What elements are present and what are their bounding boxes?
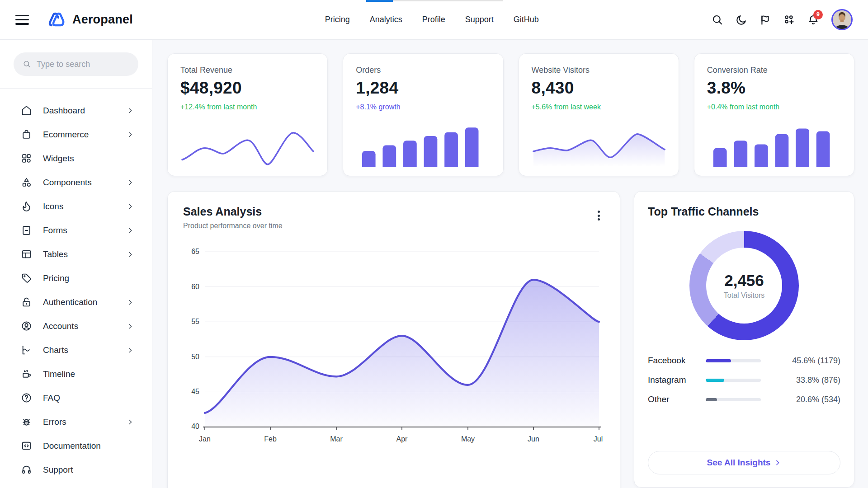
chevron-right-icon: [127, 107, 134, 114]
chevron-right-icon: [127, 227, 134, 234]
stat-delta: +8.1% growth: [356, 103, 490, 111]
revenue-sparkline-chart: [180, 122, 315, 167]
top-navbar: Aeropanel Pricing Analytics Profile Supp…: [0, 0, 868, 40]
lock-icon: [21, 296, 32, 308]
nav-profile[interactable]: Profile: [422, 15, 445, 24]
legend-row-other: Other 20.6% (534): [648, 394, 840, 404]
chevron-right-icon: [127, 299, 134, 306]
total-visitors-label: Total Visitors: [724, 291, 764, 300]
top-track-artifact: [393, 0, 503, 1]
y-tick: 60: [191, 283, 199, 291]
sidebar-item-documentation[interactable]: Documentation: [0, 434, 152, 458]
chevron-right-icon: [127, 179, 134, 186]
sidebar-search-section: [0, 40, 152, 89]
user-avatar[interactable]: [831, 9, 853, 30]
traffic-donut-chart: 2,456 Total Visitors: [689, 231, 799, 340]
stat-value: 1,284: [356, 79, 490, 98]
sales-analysis-subtitle: Product performance over time: [183, 222, 604, 230]
x-tick: Jan: [199, 435, 211, 443]
flag-icon[interactable]: [760, 14, 771, 26]
headset-icon: [21, 464, 32, 475]
chevron-right-icon: [127, 251, 134, 258]
clipboard-icon: [21, 225, 32, 236]
sidebar-item-forms[interactable]: Forms: [0, 218, 152, 242]
x-tick: Mar: [330, 435, 343, 443]
facebook-progress-bar: [706, 359, 761, 362]
top-progress-artifact: [366, 0, 393, 2]
x-tick: Feb: [264, 435, 277, 443]
brand-name: Aeropanel: [72, 13, 133, 27]
sidebar-item-charts[interactable]: Charts: [0, 338, 152, 362]
sidebar-item-ecommerce[interactable]: Ecommerce: [0, 122, 152, 146]
nav-support[interactable]: Support: [465, 15, 494, 24]
sales-analysis-card: Sales Analysis Product performance over …: [167, 191, 620, 488]
chart-line-icon: [21, 344, 32, 356]
x-tick: Jun: [528, 435, 539, 443]
sidebar-item-tables[interactable]: Tables: [0, 242, 152, 266]
sidebar-item-widgets[interactable]: Widgets: [0, 146, 152, 170]
stat-card-website-visitors: Website Visitors 8,430 +5.6% from last w…: [519, 53, 679, 176]
search-icon: [23, 59, 31, 69]
traffic-channels-title: Top Traffic Channels: [648, 205, 840, 218]
sidebar-item-authentication[interactable]: Authentication: [0, 290, 152, 314]
bug-icon: [21, 416, 32, 427]
widgets-icon: [21, 153, 32, 164]
search-icon[interactable]: [712, 14, 723, 26]
chevron-right-icon: [127, 347, 134, 354]
donut-center: 2,456 Total Visitors: [689, 231, 799, 340]
stats-row: Total Revenue $48,920 +12.4% from last m…: [167, 53, 854, 176]
sidebar-item-components[interactable]: Components: [0, 170, 152, 194]
sidebar-item-dashboard[interactable]: Dashboard: [0, 99, 152, 122]
stat-delta: +12.4% from last month: [180, 103, 315, 111]
header-icons: 9: [712, 9, 853, 30]
chevron-right-icon: [127, 203, 134, 210]
nav-pricing[interactable]: Pricing: [325, 15, 350, 24]
sidebar-item-faq[interactable]: FAQ: [0, 386, 152, 410]
sidebar-item-errors[interactable]: Errors: [0, 410, 152, 434]
hamburger-menu-icon[interactable]: [15, 15, 29, 25]
stat-card-total-revenue: Total Revenue $48,920 +12.4% from last m…: [167, 53, 328, 176]
sales-analysis-title: Sales Analysis: [183, 205, 604, 218]
notification-badge: 9: [813, 10, 823, 19]
see-all-insights-button[interactable]: See All Insights: [648, 451, 840, 474]
code-folder-icon: [21, 440, 32, 451]
shapes-icon: [21, 177, 32, 188]
sidebar-item-icons[interactable]: Icons: [0, 194, 152, 218]
nav-analytics[interactable]: Analytics: [370, 15, 402, 24]
sidebar-item-pricing[interactable]: Pricing: [0, 266, 152, 290]
traffic-channels-card: Top Traffic Channels 2,456 Total Visitor…: [634, 191, 854, 488]
y-tick: 50: [191, 353, 199, 361]
aeropanel-app: Aeropanel Pricing Analytics Profile Supp…: [0, 0, 868, 488]
avatar-image: [833, 10, 851, 29]
dark-mode-moon-icon[interactable]: [736, 14, 747, 26]
kebab-menu-icon[interactable]: [594, 210, 604, 221]
aeropanel-logo-icon: [46, 10, 66, 30]
search-input[interactable]: [37, 60, 129, 69]
coffee-icon: [21, 368, 32, 380]
conversion-sparkline-chart: [707, 122, 841, 167]
sidebar-item-support[interactable]: Support: [0, 458, 152, 482]
tag-icon: [21, 272, 32, 284]
brand[interactable]: Aeropanel: [46, 10, 133, 30]
visitors-sparkline-chart: [532, 122, 666, 167]
stat-delta: +0.4% from last month: [707, 103, 841, 111]
chevron-right-icon: [127, 323, 134, 330]
sidebar-menu: Dashboard Ecommerce Widgets Components: [0, 89, 152, 482]
x-tick: Apr: [396, 435, 408, 443]
y-tick: 45: [191, 388, 199, 395]
home-icon: [21, 105, 32, 116]
apps-grid-icon[interactable]: [783, 14, 795, 26]
help-circle-icon: [21, 392, 32, 404]
sidebar-item-timeline[interactable]: Timeline: [0, 362, 152, 386]
stat-card-conversion-rate: Conversion Rate 3.8% +0.4% from last mon…: [694, 53, 854, 176]
sidebar-search[interactable]: [14, 52, 138, 76]
notifications[interactable]: 9: [807, 14, 819, 26]
other-progress-bar: [706, 398, 761, 401]
y-tick: 55: [191, 318, 199, 325]
orders-sparkline-chart: [356, 122, 490, 167]
y-tick: 65: [191, 248, 199, 255]
sidebar-item-accounts[interactable]: Accounts: [0, 314, 152, 338]
nav-github[interactable]: GitHub: [514, 15, 539, 24]
traffic-legend: Facebook 45.6% (1179) Instagram 33.8%: [648, 356, 840, 404]
legend-row-facebook: Facebook 45.6% (1179): [648, 356, 840, 366]
